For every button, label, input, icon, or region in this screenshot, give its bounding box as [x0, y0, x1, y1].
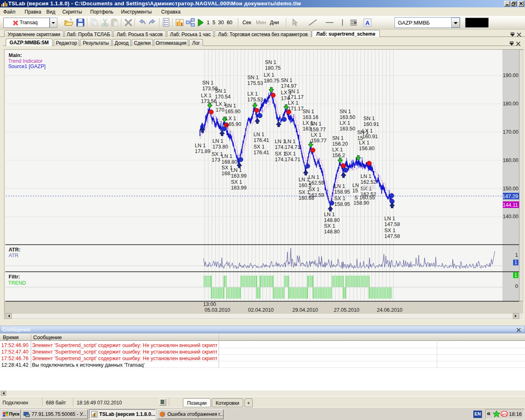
svg-text:LX 1: LX 1: [311, 132, 322, 138]
svg-text:13:00: 13:00: [203, 301, 216, 307]
svg-text:170.: 170.: [216, 107, 226, 113]
svg-text:163.99: 163.99: [231, 185, 247, 191]
svg-text:LN 1: LN 1: [195, 143, 205, 148]
svg-text:SX 1: SX 1: [285, 151, 296, 157]
svg-text:148.80: 148.80: [324, 217, 340, 223]
svg-text:180.75: 180.75: [264, 78, 279, 84]
svg-text:SX 1: SX 1: [253, 144, 265, 150]
svg-text:LN 1: LN 1: [231, 167, 242, 173]
svg-text:SN 1: SN 1: [303, 109, 314, 114]
svg-text:176.41: 176.41: [253, 137, 269, 143]
svg-text:163.99: 163.99: [231, 173, 247, 179]
svg-text:SX 1: SX 1: [384, 228, 395, 233]
svg-text:162.59: 162.59: [308, 180, 324, 186]
svg-text:163.50: 163.50: [340, 114, 355, 120]
svg-text:LX 1: LX 1: [264, 72, 274, 78]
svg-text:LN 1: LN 1: [275, 139, 285, 144]
svg-text:SN 1: SN 1: [281, 78, 292, 83]
svg-text:173: 173: [212, 157, 220, 163]
svg-text:LX 1: LX 1: [226, 116, 236, 121]
svg-text:SN 1: SN 1: [215, 88, 226, 94]
svg-text:148.80: 148.80: [324, 229, 340, 235]
svg-text:02.04.2010: 02.04.2010: [248, 307, 274, 313]
svg-text:TREND: TREND: [8, 280, 26, 286]
svg-text:168.: 168.: [221, 171, 231, 176]
svg-text:174.: 174.: [275, 144, 285, 150]
svg-text:Trend Indicator: Trend Indicator: [8, 58, 43, 64]
svg-text:SN 1: SN 1: [357, 130, 369, 135]
svg-text:158.95: 158.95: [334, 201, 350, 207]
svg-text:15: 15: [352, 188, 358, 194]
svg-text:SN 1: SN 1: [340, 109, 351, 114]
svg-text:SN 1: SN 1: [310, 121, 322, 127]
svg-text:171.89: 171.89: [195, 148, 210, 154]
svg-text:190.00: 190.00: [503, 73, 518, 78]
svg-text:SN 1: SN 1: [225, 103, 236, 109]
svg-text:144.11: 144.11: [503, 202, 518, 208]
svg-text:1: 1: [514, 272, 517, 278]
svg-text:163.50: 163.50: [340, 126, 355, 132]
svg-text:175.53: 175.53: [247, 97, 263, 103]
svg-text:LX 1: LX 1: [281, 90, 292, 96]
svg-text:A: A: [365, 19, 370, 26]
svg-text:LN: LN: [352, 183, 359, 188]
svg-text:165.90: 165.90: [226, 121, 241, 127]
svg-text:175.53: 175.53: [247, 80, 263, 86]
svg-text:LN 1: LN 1: [308, 174, 319, 180]
svg-text:174.97: 174.97: [281, 83, 297, 89]
svg-text:180.00: 180.00: [503, 101, 518, 107]
svg-text:Source1 [GAZP]: Source1 [GAZP]: [8, 64, 46, 69]
svg-text:LX 1: LX 1: [332, 147, 343, 153]
svg-text:159.77: 159.77: [311, 138, 326, 144]
svg-text:LX 1: LX 1: [340, 120, 350, 126]
svg-text:174.: 174.: [275, 157, 285, 162]
svg-text:165.90: 165.90: [225, 109, 240, 114]
svg-text:SN 1: SN 1: [202, 80, 214, 86]
svg-text:LN 1: LN 1: [212, 138, 223, 144]
svg-text:LX 1: LX 1: [247, 91, 258, 97]
svg-text:160.55: 160.55: [359, 195, 375, 201]
svg-text:SX 1: SX 1: [324, 223, 335, 229]
svg-text:SN 1: SN 1: [363, 116, 375, 121]
svg-text:05.03.2010: 05.03.2010: [205, 307, 231, 313]
svg-text:LX 1: LX 1: [201, 93, 212, 98]
svg-text:LX 1: LX 1: [288, 100, 299, 106]
svg-text:160.91: 160.91: [363, 121, 379, 127]
svg-text:ATI: ATI: [502, 413, 507, 416]
svg-text:140.00: 140.00: [503, 214, 518, 219]
svg-text:1: 1: [515, 252, 518, 258]
svg-text:163.16: 163.16: [303, 114, 318, 120]
svg-text:LN 1: LN 1: [299, 177, 309, 183]
svg-text:173.56: 173.56: [201, 98, 217, 104]
svg-text:156.80: 156.80: [359, 146, 374, 151]
svg-text:LN 1: LN 1: [221, 153, 232, 159]
svg-text:158.95: 158.95: [334, 189, 350, 195]
svg-text:ATR:: ATR:: [9, 247, 21, 253]
svg-text:0: 0: [515, 283, 518, 289]
svg-text:147.29: 147.29: [502, 194, 518, 199]
svg-text:170.54: 170.54: [215, 94, 231, 100]
svg-text:LN 1: LN 1: [384, 216, 395, 221]
svg-text:29.04.2010: 29.04.2010: [292, 307, 318, 313]
svg-text:156.20: 156.20: [332, 141, 348, 147]
svg-text:156.2: 156.2: [332, 153, 345, 158]
svg-text:180.75: 180.75: [265, 65, 281, 71]
svg-text:LN 1: LN 1: [324, 212, 335, 217]
svg-text:SN 1: SN 1: [265, 59, 276, 65]
svg-text:171.17: 171.17: [288, 106, 304, 112]
svg-text:LN 1: LN 1: [285, 139, 295, 144]
svg-text:159.77: 159.77: [310, 127, 326, 132]
svg-text:Filtr:: Filtr:: [9, 274, 20, 280]
svg-text:Main:: Main:: [9, 52, 22, 58]
svg-text:SX 1: SX 1: [231, 179, 242, 185]
svg-text:173.80: 173.80: [212, 144, 228, 150]
svg-text:147.58: 147.58: [384, 221, 400, 227]
svg-text:160.00: 160.00: [503, 158, 518, 163]
svg-text:158.90: 158.90: [354, 200, 369, 206]
svg-text:150.00: 150.00: [503, 186, 518, 192]
svg-text:LN 1: LN 1: [334, 183, 345, 189]
svg-text:SX 1: SX 1: [334, 196, 345, 201]
svg-text:24.06.2010: 24.06.2010: [377, 307, 403, 313]
svg-text:162.52: 162.52: [361, 179, 376, 185]
svg-text:LN 1: LN 1: [361, 173, 371, 179]
